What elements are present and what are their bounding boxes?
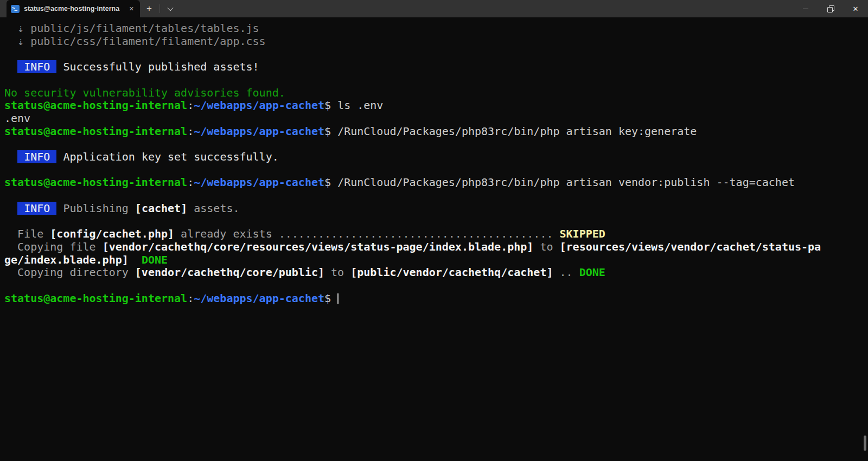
tab-close-icon[interactable]: ✕ — [127, 5, 136, 13]
terminal-text-segment: assets. — [187, 202, 239, 215]
info-badge: INFO — [17, 60, 56, 73]
terminal-line — [4, 189, 864, 202]
terminal-text-segment: : — [187, 125, 194, 138]
terminal-text-segment: [config/cachet.php] — [50, 227, 174, 240]
restore-icon — [827, 5, 834, 12]
terminal-text-segment: : — [187, 99, 194, 112]
terminal-text-segment: ge/index.blade.php] — [4, 253, 129, 266]
terminal-line: INFO Publishing [cachet] assets. — [4, 202, 864, 215]
terminal-text-segment — [56, 150, 63, 163]
terminal-text-segment — [4, 202, 17, 215]
terminal-text-segment — [129, 253, 142, 266]
terminal-line: status@acme-hosting-internal:~/webapps/a… — [4, 125, 864, 138]
terminal-text-segment: [vendor/cachethq/core/public] — [135, 266, 324, 279]
terminal-line — [4, 138, 864, 151]
text-cursor — [337, 293, 339, 304]
terminal-text-segment: [vendor/cachethq/core/resources/views/st… — [103, 240, 534, 253]
terminal-text-segment: Application key set successfully. — [63, 150, 278, 163]
terminal-text-segment: $ /RunCloud/Packages/php83rc/bin/php art… — [324, 125, 697, 138]
tab-dropdown-button[interactable] — [161, 0, 180, 17]
terminal-line: .env — [4, 112, 864, 125]
titlebar: status@acme-hosting-interna ✕ + ✕ — [0, 0, 868, 17]
terminal-text-segment: $ /RunCloud/Packages/php83rc/bin/php art… — [324, 176, 795, 189]
terminal-text-segment: to — [324, 266, 350, 279]
terminal-text-segment: ~/webapps/app-cachet — [194, 99, 324, 112]
terminal-line: ge/index.blade.php] DONE — [4, 254, 864, 267]
terminal-text-segment: No security vulnerability advisories fou… — [4, 86, 285, 99]
terminal-text-segment: DONE — [579, 266, 605, 279]
close-icon: ✕ — [853, 5, 859, 12]
terminal-text-segment: [cachet] — [135, 202, 187, 215]
terminal-text-segment: ~/webapps/app-cachet — [194, 176, 324, 189]
terminal-text-segment: status@acme-hosting-internal — [4, 125, 187, 138]
new-tab-button[interactable]: + — [140, 0, 158, 17]
terminal-text-segment: already exists — [174, 227, 279, 240]
minimize-icon — [803, 9, 808, 9]
terminal-line: INFO Application key set successfully. — [4, 151, 864, 164]
terminal-text-segment: .. — [553, 266, 579, 279]
terminal-line: status@acme-hosting-internal:~/webapps/a… — [4, 99, 864, 112]
terminal-text-segment: SKIPPED — [560, 227, 605, 240]
tab-title: status@acme-hosting-interna — [24, 5, 123, 12]
chevron-down-icon — [167, 5, 173, 11]
terminal-text-segment — [56, 60, 63, 73]
terminal-text-segment: : — [187, 176, 194, 189]
terminal-text-segment: $ ls .env — [324, 99, 383, 112]
terminal-line: INFO Successfully published assets! — [4, 61, 864, 74]
terminal-line: No security vulnerability advisories fou… — [4, 87, 864, 100]
minimize-button[interactable] — [793, 0, 818, 17]
terminal-line: Copying directory [vendor/cachethq/core/… — [4, 266, 864, 279]
powershell-icon — [11, 5, 20, 13]
scrollbar-thumb[interactable] — [864, 436, 866, 451]
maximize-restore-button[interactable] — [818, 0, 843, 17]
terminal-text-segment — [553, 227, 559, 240]
terminal-line: ⇣ public/css/filament/filament/app.css — [4, 35, 864, 48]
info-badge: INFO — [17, 150, 56, 163]
terminal-text-segment: $ — [324, 292, 337, 305]
terminal-tab[interactable]: status@acme-hosting-interna ✕ — [7, 0, 140, 17]
terminal-line: status@acme-hosting-internal:~/webapps/a… — [4, 176, 864, 189]
terminal-text-segment: status@acme-hosting-internal — [4, 99, 187, 112]
terminal-text-segment — [4, 150, 17, 163]
terminal-text-segment: Publishing — [63, 202, 135, 215]
terminal-output[interactable]: ⇣ public/js/filament/tables/tables.js ⇣ … — [0, 17, 868, 461]
terminal-text-segment: ~/webapps/app-cachet — [194, 292, 324, 305]
titlebar-drag-region — [180, 0, 793, 17]
tab-bar-separator — [159, 4, 160, 13]
terminal-line — [4, 215, 864, 228]
terminal-text-segment — [4, 60, 17, 73]
terminal-line — [4, 74, 864, 87]
terminal-text-segment: status@acme-hosting-internal — [4, 292, 187, 305]
terminal-line — [4, 164, 864, 177]
terminal-text-segment: : — [187, 292, 194, 305]
terminal-text-segment: ........................................… — [279, 227, 553, 240]
terminal-text-segment — [56, 202, 63, 215]
terminal-line: status@acme-hosting-internal:~/webapps/a… — [4, 292, 864, 305]
terminal-line: Copying file [vendor/cachethq/core/resou… — [4, 241, 864, 254]
terminal-text-segment: Copying file — [4, 240, 103, 253]
terminal-line — [4, 279, 864, 292]
info-badge: INFO — [17, 202, 56, 215]
terminal-text-segment: .env — [4, 112, 30, 125]
terminal-text-segment: Copying directory — [4, 266, 135, 279]
terminal-text-segment: [resources/views/vendor/cachet/status-pa — [560, 240, 821, 253]
terminal-text-segment: ⇣ public/js/filament/tables/tables.js — [4, 22, 259, 35]
terminal-text-segment: ~/webapps/app-cachet — [194, 125, 324, 138]
terminal-text-segment: Successfully published assets! — [63, 60, 259, 73]
terminal-line: File [config/cachet.php] already exists … — [4, 228, 864, 241]
terminal-text-segment: status@acme-hosting-internal — [4, 176, 187, 189]
terminal-text-segment: DONE — [142, 253, 168, 266]
terminal-text-segment: to — [533, 240, 559, 253]
terminal-text-segment: ⇣ public/css/filament/filament/app.css — [4, 35, 266, 48]
terminal-text-segment: File — [4, 227, 50, 240]
terminal-line: ⇣ public/js/filament/tables/tables.js — [4, 22, 864, 35]
terminal-text-segment: [public/vendor/cachethq/cachet] — [350, 266, 553, 279]
terminal-line — [4, 48, 864, 61]
close-button[interactable]: ✕ — [843, 0, 868, 17]
